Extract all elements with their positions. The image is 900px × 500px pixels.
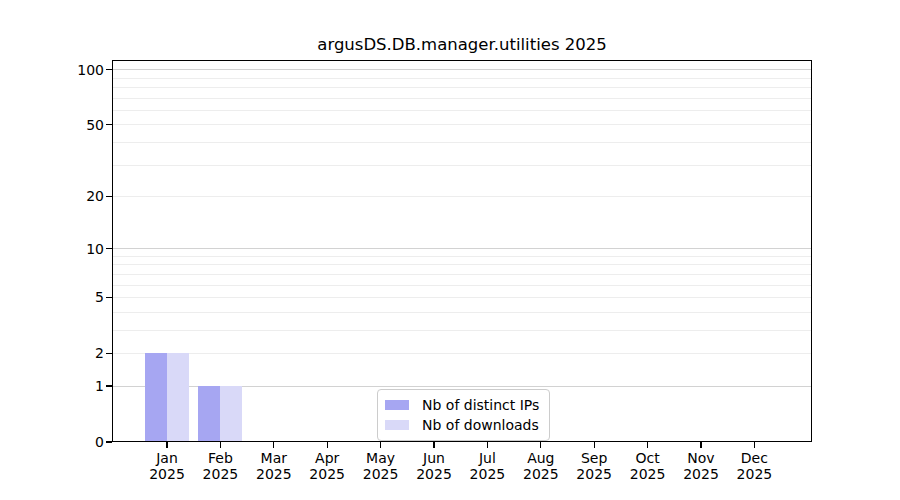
- x-tick-mark: [540, 442, 541, 448]
- x-tick-mark: [754, 442, 755, 448]
- y-tick-label: 5: [34, 288, 104, 306]
- legend-swatch-downloads: [385, 420, 409, 430]
- y-tick-label: 50: [34, 116, 104, 134]
- y-tick-mark: [106, 297, 112, 298]
- gridline-minor: [112, 124, 812, 125]
- x-tick-label: Dec2025: [714, 451, 794, 482]
- gridline-minor: [112, 110, 812, 111]
- plot-area: [112, 60, 812, 442]
- gridline-minor: [112, 256, 812, 257]
- x-tick-mark: [220, 442, 221, 448]
- gridline-minor: [112, 264, 812, 265]
- bar-distinct-ips-feb: [198, 386, 220, 442]
- gridline-major: [112, 69, 812, 70]
- x-tick-mark: [273, 442, 274, 448]
- x-tick-mark: [700, 442, 701, 448]
- x-tick-mark: [166, 442, 167, 448]
- x-tick-mark: [327, 442, 328, 448]
- legend-item-downloads: Nb of downloads: [385, 415, 539, 435]
- y-tick-mark: [106, 353, 112, 354]
- y-tick-label: 100: [34, 61, 104, 79]
- y-tick-label: 0: [34, 433, 104, 451]
- legend: Nb of distinct IPs Nb of downloads: [377, 389, 550, 441]
- x-tick-mark: [433, 442, 434, 448]
- x-tick-mark: [380, 442, 381, 448]
- y-tick-mark: [106, 385, 112, 386]
- gridline-major: [112, 248, 812, 249]
- bar-downloads-feb: [220, 386, 242, 442]
- y-tick-label: 10: [34, 240, 104, 258]
- gridline-minor: [112, 196, 812, 197]
- gridline-minor: [112, 330, 812, 331]
- x-tick-mark: [594, 442, 595, 448]
- chart-figure: argusDS.DB.manager.utilities 2025 012510…: [0, 0, 900, 500]
- y-tick-mark: [106, 196, 112, 197]
- bar-downloads-jan: [167, 353, 189, 442]
- y-tick-label: 2: [34, 344, 104, 362]
- legend-swatch-distinct-ips: [385, 400, 409, 410]
- y-tick-mark: [106, 441, 112, 442]
- gridline-minor: [112, 297, 812, 298]
- gridline-minor: [112, 353, 812, 354]
- legend-label-downloads: Nb of downloads: [422, 417, 539, 433]
- gridline-minor: [112, 312, 812, 313]
- chart-title: argusDS.DB.manager.utilities 2025: [112, 35, 812, 55]
- gridline-minor: [112, 274, 812, 275]
- gridline-minor: [112, 165, 812, 166]
- x-tick-mark: [487, 442, 488, 448]
- y-tick-label: 1: [34, 377, 104, 395]
- y-tick-mark: [106, 69, 112, 70]
- gridline-minor: [112, 142, 812, 143]
- gridline-minor: [112, 285, 812, 286]
- legend-item-distinct-ips: Nb of distinct IPs: [385, 395, 539, 415]
- gridline-minor: [112, 87, 812, 88]
- y-tick-mark: [106, 124, 112, 125]
- legend-label-distinct-ips: Nb of distinct IPs: [422, 397, 539, 413]
- bar-distinct-ips-jan: [145, 353, 167, 442]
- x-tick-mark: [647, 442, 648, 448]
- gridline-minor: [112, 78, 812, 79]
- y-tick-mark: [106, 248, 112, 249]
- y-tick-label: 20: [34, 187, 104, 205]
- gridline-minor: [112, 98, 812, 99]
